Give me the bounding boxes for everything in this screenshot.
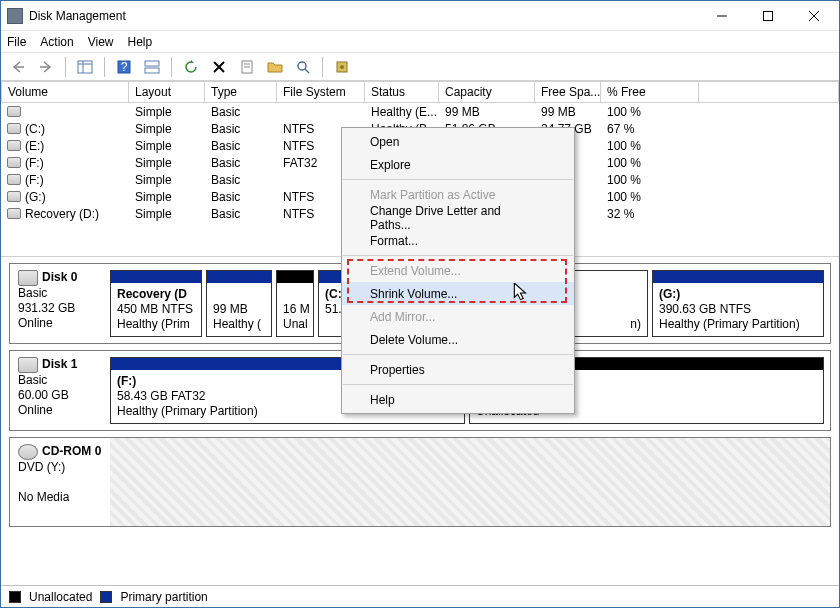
cell-vol: (F:) — [1, 171, 129, 188]
cell-layout: Simple — [129, 205, 205, 222]
disk-icon — [18, 357, 38, 373]
svg-point-19 — [340, 65, 344, 69]
cell-pct: 32 % — [601, 205, 699, 222]
minimize-button[interactable] — [699, 2, 745, 30]
svg-line-17 — [305, 69, 309, 73]
folder-icon[interactable] — [264, 56, 286, 78]
cell-vol: (G:) — [1, 188, 129, 205]
col-freespace[interactable]: Free Spa... — [535, 81, 601, 103]
app-icon — [7, 8, 23, 24]
close-button[interactable] — [791, 2, 837, 30]
cell-vol: Recovery (D:) — [1, 205, 129, 222]
col-status[interactable]: Status — [365, 81, 439, 103]
col-volume[interactable]: Volume — [1, 81, 129, 103]
cell-free: 99 MB — [535, 103, 601, 120]
volume-icon — [7, 157, 21, 168]
grid-header: Volume Layout Type File System Status Ca… — [1, 81, 839, 103]
ctx-add-mirror: Add Mirror... — [342, 305, 574, 328]
cell-type: Basic — [205, 154, 277, 171]
col-pctfree[interactable]: % Free — [601, 81, 699, 103]
ctx-open[interactable]: Open — [342, 130, 574, 153]
volume-icon — [7, 208, 21, 219]
magnify-icon[interactable] — [292, 56, 314, 78]
svg-rect-1 — [764, 11, 773, 20]
refresh-icon[interactable] — [180, 56, 202, 78]
svg-text:?: ? — [121, 60, 128, 74]
legend-swatch-unallocated — [9, 591, 21, 603]
volume-icon — [7, 123, 21, 134]
settings-icon[interactable] — [331, 56, 353, 78]
ctx-change-letter[interactable]: Change Drive Letter and Paths... — [342, 206, 574, 229]
help-icon[interactable]: ? — [113, 56, 135, 78]
cancel-icon[interactable] — [208, 56, 230, 78]
cell-status: Healthy (E... — [365, 103, 439, 120]
partition[interactable]: 99 MBHealthy ( — [206, 270, 272, 337]
cell-type: Basic — [205, 171, 277, 188]
cell-type: Basic — [205, 137, 277, 154]
maximize-button[interactable] — [745, 2, 791, 30]
window-title: Disk Management — [29, 9, 699, 23]
col-layout[interactable]: Layout — [129, 81, 205, 103]
svg-rect-4 — [78, 61, 92, 73]
ctx-delete[interactable]: Delete Volume... — [342, 328, 574, 351]
cell-layout: Simple — [129, 188, 205, 205]
partition[interactable]: 16 MUnal — [276, 270, 314, 337]
layout-icon[interactable] — [141, 56, 163, 78]
cell-pct: 100 % — [601, 171, 699, 188]
properties-icon[interactable] — [236, 56, 258, 78]
cell-layout: Simple — [129, 171, 205, 188]
legend-primary: Primary partition — [120, 590, 207, 604]
cell-type: Basic — [205, 120, 277, 137]
menubar: File Action View Help — [1, 31, 839, 53]
disk-info-cd: CD-ROM 0 DVD (Y:) No Media — [10, 438, 110, 526]
cell-layout: Simple — [129, 103, 205, 120]
col-type[interactable]: Type — [205, 81, 277, 103]
cell-type: Basic — [205, 205, 277, 222]
ctx-properties[interactable]: Properties — [342, 358, 574, 381]
details-icon[interactable] — [74, 56, 96, 78]
table-row[interactable]: SimpleBasicHealthy (E...99 MB99 MB100 % — [1, 103, 839, 120]
volume-icon — [7, 174, 21, 185]
ctx-explore[interactable]: Explore — [342, 153, 574, 176]
col-spacer — [699, 81, 839, 103]
disk-info-1: Disk 1 Basic 60.00 GB Online — [10, 351, 110, 430]
menu-file[interactable]: File — [7, 35, 26, 49]
cell-fs — [277, 103, 365, 120]
menu-view[interactable]: View — [88, 35, 114, 49]
disk-icon — [18, 270, 38, 286]
cell-vol — [1, 103, 129, 120]
cell-layout: Simple — [129, 120, 205, 137]
forward-button[interactable] — [35, 56, 57, 78]
cell-type: Basic — [205, 188, 277, 205]
menu-action[interactable]: Action — [40, 35, 73, 49]
ctx-extend: Extend Volume... — [342, 259, 574, 282]
cell-vol: (C:) — [1, 120, 129, 137]
toolbar: ? — [1, 53, 839, 81]
legend: Unallocated Primary partition — [1, 585, 839, 607]
cell-layout: Simple — [129, 154, 205, 171]
cell-pct: 100 % — [601, 188, 699, 205]
cd-icon — [18, 444, 38, 460]
disk-row-cd: CD-ROM 0 DVD (Y:) No Media — [9, 437, 831, 527]
menu-help[interactable]: Help — [128, 35, 153, 49]
cell-type: Basic — [205, 103, 277, 120]
partition[interactable]: (G:)390.63 GB NTFSHealthy (Primary Parti… — [652, 270, 824, 337]
partition[interactable]: Recovery (D450 MB NTFSHealthy (Prim — [110, 270, 202, 337]
ctx-help[interactable]: Help — [342, 388, 574, 411]
back-button[interactable] — [7, 56, 29, 78]
ctx-shrink[interactable]: Shrink Volume... — [342, 282, 574, 305]
col-capacity[interactable]: Capacity — [439, 81, 535, 103]
volume-icon — [7, 140, 21, 151]
cell-pct: 100 % — [601, 103, 699, 120]
cell-pct: 100 % — [601, 154, 699, 171]
ctx-format[interactable]: Format... — [342, 229, 574, 252]
window: Disk Management File Action View Help ? … — [0, 0, 840, 608]
legend-swatch-primary — [100, 591, 112, 603]
volume-icon — [7, 191, 21, 202]
svg-rect-9 — [145, 61, 159, 66]
col-filesystem[interactable]: File System — [277, 81, 365, 103]
cell-layout: Simple — [129, 137, 205, 154]
legend-unallocated: Unallocated — [29, 590, 92, 604]
volume-icon — [7, 106, 21, 117]
disk-info-0: Disk 0 Basic 931.32 GB Online — [10, 264, 110, 343]
